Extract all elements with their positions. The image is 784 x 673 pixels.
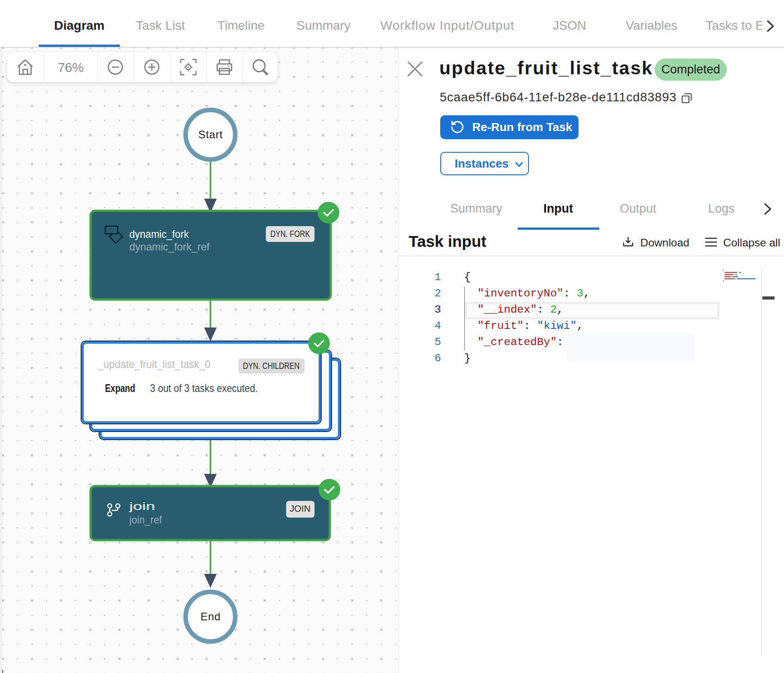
svg-text:dynamic_fork_ref: dynamic_fork_ref [129,241,210,253]
svg-text:Start: Start [198,128,223,141]
svg-text:join: join [128,500,155,512]
svg-text:DYN. FORK: DYN. FORK [270,228,310,239]
svg-text:DYN. CHILDREN: DYN. CHILDREN [243,360,300,371]
svg-text:Expand: Expand [105,382,135,394]
svg-text:3 out of 3 tasks executed.: 3 out of 3 tasks executed. [150,382,258,394]
svg-text:_update_fruit_list_task_0: _update_fruit_list_task_0 [97,358,210,370]
svg-text:join_ref: join_ref [129,514,162,526]
svg-text:JOIN: JOIN [290,503,310,514]
svg-text:End: End [201,610,220,623]
svg-text:dynamic_fork: dynamic_fork [129,228,189,240]
